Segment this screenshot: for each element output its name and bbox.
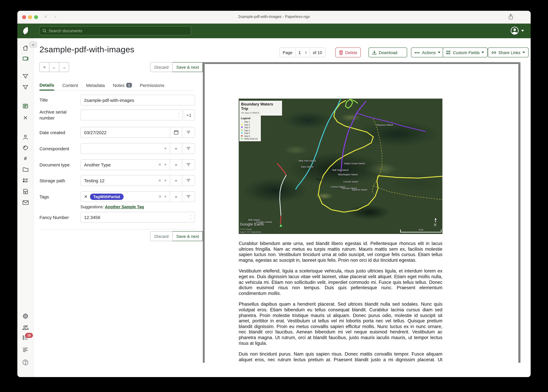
sidebar-item-mail[interactable]	[22, 200, 29, 206]
sidebar-expand-button[interactable]: »	[29, 42, 37, 48]
sidebar-item-storage-paths[interactable]	[22, 166, 29, 172]
tags-add-button[interactable]: +	[170, 191, 182, 202]
sidebar-item-workflows[interactable]	[22, 177, 29, 183]
sidebar-item-document-types[interactable]	[22, 189, 29, 195]
stepper-arrows-icon[interactable]: ⌃⌄	[190, 215, 191, 219]
tab-content[interactable]: Content	[62, 81, 78, 90]
chevron-down-icon[interactable]	[164, 180, 167, 181]
clear-icon[interactable]: ✕	[158, 162, 162, 167]
island-label: Squirrel Island	[352, 189, 367, 191]
date-picker-button[interactable]	[170, 127, 182, 138]
download-icon	[372, 50, 377, 55]
paperless-logo-icon[interactable]	[22, 27, 29, 36]
sidebar-item-correspondents[interactable]	[22, 134, 29, 140]
custom-fields-button[interactable]: Custom Fields	[443, 48, 488, 57]
correspondent-field[interactable]	[80, 143, 170, 154]
tab-metadata[interactable]: Metadata	[86, 81, 105, 90]
fancy-number-input[interactable]	[84, 215, 190, 220]
next-document-button[interactable]: →	[59, 62, 69, 72]
sidebar-item-open-document[interactable]	[22, 103, 29, 109]
date-filter-button[interactable]	[182, 127, 195, 138]
page-number-stepper[interactable]: ▲▼	[296, 48, 310, 57]
save-next-button[interactable]: Save & next	[173, 62, 203, 72]
route-day6	[280, 216, 281, 224]
storage-path-filter-button[interactable]	[182, 175, 195, 186]
route-day2	[378, 176, 442, 178]
suggested-tag-link[interactable]: Another Sample Tag	[105, 205, 144, 209]
storage-path-label: Storage path	[39, 178, 65, 184]
asn-input[interactable]	[84, 112, 178, 118]
clear-icon[interactable]: ✕	[159, 194, 162, 199]
app-body: # 16 » 2sample-pdf-wi	[17, 38, 531, 377]
sidebar-item-custom-fields[interactable]: #	[22, 156, 29, 162]
page-number-input[interactable]	[298, 50, 304, 55]
sidebar-item-logs[interactable]	[22, 347, 29, 353]
remove-tag-icon[interactable]: ✕	[84, 194, 87, 199]
date-created-input[interactable]	[84, 130, 167, 135]
sidebar-item-help[interactable]	[22, 359, 29, 365]
storage-path-field[interactable]: Testing 12 ✕	[80, 175, 170, 186]
stepper-arrows-icon[interactable]: ⌃⌄	[178, 113, 180, 117]
sidebar-item-saved-view-filter-2[interactable]	[22, 84, 29, 90]
sidebar-item-users-groups[interactable]	[22, 324, 29, 330]
pdf-preview-pane[interactable]: Boundary Waters Trip Six days in BWCA Le…	[203, 62, 520, 363]
storage-path-add-button[interactable]: +	[170, 175, 182, 186]
document-type-filter-button[interactable]	[182, 159, 195, 170]
tags-label: Tags	[39, 194, 49, 200]
close-editor-button[interactable]: ×	[39, 62, 49, 72]
main-content: 2sample-pdf-with-images Page ▲▼ of 10 De…	[34, 38, 531, 377]
clear-icon[interactable]: ✕	[158, 178, 162, 183]
document-type-field[interactable]: Another Type ✕	[80, 159, 170, 170]
share-links-button[interactable]: Share Links	[488, 48, 529, 57]
tab-permissions[interactable]: Permissions	[140, 81, 164, 90]
discard-button[interactable]: Discard	[150, 62, 173, 72]
sidebar-item-tags[interactable]	[22, 145, 29, 151]
close-document-icon[interactable]	[22, 115, 29, 121]
documents-icon	[22, 56, 29, 62]
tag-icon	[22, 145, 29, 151]
stepper-arrows-icon[interactable]: ▲▼	[305, 51, 307, 54]
asn-field[interactable]: ⌃⌄	[80, 110, 183, 120]
date-created-field[interactable]	[80, 127, 170, 138]
tab-details[interactable]: Details	[39, 81, 54, 91]
ellipsis-icon: •••	[415, 50, 420, 55]
chevron-down-icon[interactable]	[164, 148, 167, 149]
download-button[interactable]: Download	[368, 48, 401, 57]
asn-plus-one-button[interactable]: +1	[183, 110, 195, 120]
discard-button[interactable]: Discard	[150, 231, 173, 241]
map-subtitle: Six days in BWCA	[241, 112, 280, 114]
island-label: Washington Island	[338, 173, 358, 176]
fancy-number-field[interactable]: ⌃⌄	[80, 212, 195, 223]
share-icon[interactable]	[508, 14, 513, 21]
search-input[interactable]	[49, 28, 188, 33]
plus-icon: +	[175, 178, 177, 183]
editor-tabs: Details Content Metadata Notes1 Permissi…	[39, 81, 195, 91]
title-input[interactable]	[84, 98, 191, 103]
funnel-icon	[22, 73, 29, 79]
correspondent-add-button[interactable]: +	[170, 143, 182, 154]
title-field[interactable]	[80, 95, 195, 105]
tag-chip[interactable]: TagWithPartial	[90, 193, 123, 200]
legend-track-icon	[241, 129, 243, 131]
sidebar: # 16	[17, 38, 34, 377]
correspondent-filter-button[interactable]	[182, 143, 195, 154]
sidebar-item-settings[interactable]	[22, 313, 29, 319]
tags-filter-button[interactable]	[182, 191, 195, 202]
download-options-button[interactable]	[400, 48, 407, 57]
legend-track-icon	[241, 135, 243, 136]
page-label: Page	[280, 48, 296, 57]
tab-notes[interactable]: Notes1	[113, 81, 132, 90]
save-next-button[interactable]: Save & next	[173, 231, 203, 241]
asn-label: Archive serial number	[39, 109, 75, 121]
actions-button[interactable]: ••• Actions	[411, 48, 444, 57]
sidebar-item-dashboard[interactable]	[22, 45, 29, 51]
user-menu[interactable]	[511, 27, 524, 35]
chevron-down-icon[interactable]	[164, 196, 167, 197]
sidebar-item-documents[interactable]	[22, 56, 29, 62]
tags-field[interactable]: ✕ TagWithPartial ✕	[80, 191, 170, 202]
document-type-add-button[interactable]: +	[170, 159, 182, 170]
chevron-down-icon[interactable]	[164, 164, 167, 165]
previous-document-button[interactable]: ←	[49, 62, 59, 72]
sidebar-item-saved-view-filter[interactable]	[22, 73, 29, 79]
delete-button[interactable]: Delete	[335, 48, 361, 57]
